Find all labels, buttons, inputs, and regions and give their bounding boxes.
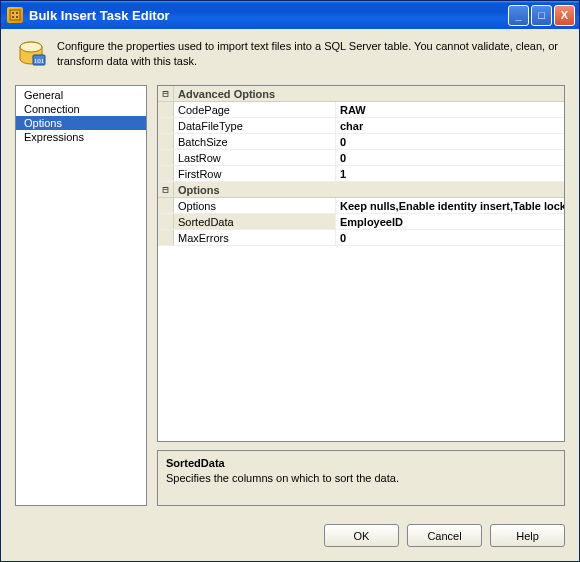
svg-point-6 — [20, 42, 42, 52]
property-name: LastRow — [174, 150, 336, 165]
collapse-icon[interactable]: ⊟ — [158, 86, 174, 101]
property-name: MaxErrors — [174, 230, 336, 245]
property-value[interactable]: EmployeeID — [336, 214, 564, 229]
property-value[interactable]: 1 — [336, 166, 564, 181]
property-row[interactable]: DataFileTypechar — [158, 118, 564, 134]
property-group-header[interactable]: ⊟Options — [158, 182, 564, 198]
window-controls: _ □ X — [508, 5, 575, 26]
svg-rect-3 — [12, 16, 14, 18]
property-gutter — [158, 118, 174, 133]
close-button[interactable]: X — [554, 5, 575, 26]
sidebar-item-connection[interactable]: Connection — [16, 102, 146, 116]
property-gutter — [158, 166, 174, 181]
property-row[interactable]: SortedDataEmployeeID — [158, 214, 564, 230]
description-panel: SortedData Specifies the columns on whic… — [157, 450, 565, 506]
property-name: BatchSize — [174, 134, 336, 149]
description-text: Specifies the columns on which to sort t… — [166, 472, 556, 484]
titlebar: Bulk Insert Task Editor _ □ X — [1, 1, 579, 29]
task-icon: 101 — [15, 39, 47, 71]
property-name: SortedData — [174, 214, 336, 229]
property-gutter — [158, 230, 174, 245]
property-row[interactable]: CodePageRAW — [158, 102, 564, 118]
property-name: CodePage — [174, 102, 336, 117]
sidebar: GeneralConnectionOptionsExpressions — [15, 85, 147, 506]
property-name: Options — [174, 198, 336, 213]
help-button[interactable]: Help — [490, 524, 565, 547]
property-value[interactable]: Keep nulls,Enable identity insert,Table … — [336, 198, 564, 213]
content-area: GeneralConnectionOptionsExpressions ⊟Adv… — [1, 85, 579, 516]
info-text: Configure the properties used to import … — [57, 39, 565, 69]
sidebar-item-label: Options — [24, 117, 62, 129]
svg-rect-4 — [16, 16, 18, 18]
app-icon — [7, 7, 23, 23]
property-row[interactable]: LastRow0 — [158, 150, 564, 166]
property-name: DataFileType — [174, 118, 336, 133]
minimize-button[interactable]: _ — [508, 5, 529, 26]
property-gutter — [158, 150, 174, 165]
property-grid[interactable]: ⊟Advanced OptionsCodePageRAWDataFileType… — [157, 85, 565, 442]
svg-rect-2 — [16, 12, 18, 14]
svg-text:101: 101 — [34, 57, 45, 65]
property-gutter — [158, 198, 174, 213]
ok-button[interactable]: OK — [324, 524, 399, 547]
property-value[interactable]: 0 — [336, 150, 564, 165]
cancel-button[interactable]: Cancel — [407, 524, 482, 547]
property-group-label: Advanced Options — [174, 86, 275, 101]
property-gutter — [158, 134, 174, 149]
sidebar-item-label: Connection — [24, 103, 80, 115]
property-gutter — [158, 102, 174, 117]
right-pane: ⊟Advanced OptionsCodePageRAWDataFileType… — [157, 85, 565, 506]
property-row[interactable]: MaxErrors0 — [158, 230, 564, 246]
property-row[interactable]: BatchSize0 — [158, 134, 564, 150]
svg-rect-1 — [12, 12, 14, 14]
property-value[interactable]: RAW — [336, 102, 564, 117]
property-group-label: Options — [174, 182, 220, 197]
svg-rect-0 — [10, 10, 20, 20]
button-row: OK Cancel Help — [1, 516, 579, 561]
window-title: Bulk Insert Task Editor — [29, 8, 508, 23]
property-name: FirstRow — [174, 166, 336, 181]
property-value[interactable]: 0 — [336, 134, 564, 149]
property-row[interactable]: FirstRow1 — [158, 166, 564, 182]
description-title: SortedData — [166, 457, 556, 469]
sidebar-item-general[interactable]: General — [16, 88, 146, 102]
property-row[interactable]: OptionsKeep nulls,Enable identity insert… — [158, 198, 564, 214]
property-group-header[interactable]: ⊟Advanced Options — [158, 86, 564, 102]
property-value[interactable]: 0 — [336, 230, 564, 245]
dialog-window: Bulk Insert Task Editor _ □ X 101 Config… — [0, 0, 580, 562]
maximize-button[interactable]: □ — [531, 5, 552, 26]
info-panel: 101 Configure the properties used to imp… — [1, 29, 579, 85]
property-gutter — [158, 214, 174, 229]
sidebar-item-options[interactable]: Options — [16, 116, 146, 130]
sidebar-item-expressions[interactable]: Expressions — [16, 130, 146, 144]
collapse-icon[interactable]: ⊟ — [158, 182, 174, 197]
property-value[interactable]: char — [336, 118, 564, 133]
sidebar-item-label: General — [24, 89, 63, 101]
sidebar-item-label: Expressions — [24, 131, 84, 143]
